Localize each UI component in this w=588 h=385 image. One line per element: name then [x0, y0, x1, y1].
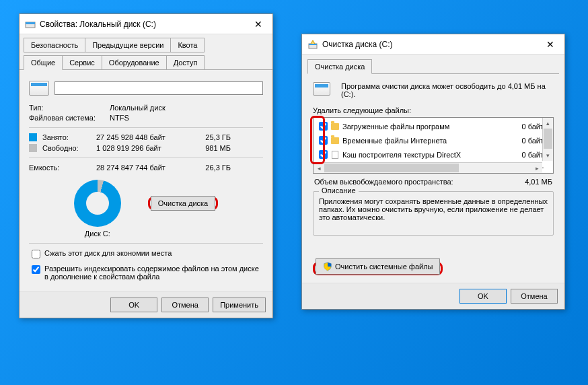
description-text: Приложения могут сохранять временные дан…: [319, 197, 548, 230]
shield-icon: [323, 262, 332, 271]
capacity-label: Емкость:: [29, 164, 96, 172]
used-bytes: 27 245 928 448 байт: [96, 133, 190, 141]
description-title: Описание: [319, 186, 359, 195]
compress-checkbox[interactable]: [32, 250, 40, 258]
compress-label[interactable]: Сжать этот диск для экономии места: [44, 249, 172, 257]
cleanup-content: Программа очистки диска может освободить…: [302, 74, 564, 283]
tab-quota[interactable]: Квота: [170, 38, 205, 53]
cleanup-icon: [307, 39, 318, 50]
drive-label-input[interactable]: [54, 81, 263, 95]
clean-system-files-button[interactable]: Очистить системные файлы: [316, 258, 440, 275]
file-checkbox[interactable]: [319, 122, 328, 131]
index-label[interactable]: Разрешить индексировать содержимое файло…: [44, 265, 263, 281]
drive-icon: [313, 82, 330, 96]
scroll-left-icon[interactable]: ◂: [314, 163, 324, 173]
tab-row-1: Безопасность Предыдущие версии Квота: [20, 34, 272, 53]
vertical-scrollbar[interactable]: ▴ ▾: [542, 118, 553, 161]
free-space-value: 4,01 МБ: [525, 178, 552, 186]
titlebar[interactable]: Очистка диска (C:) ✕: [302, 34, 564, 55]
tab-cleanup[interactable]: Очистка диска: [307, 59, 372, 74]
scroll-up-icon[interactable]: ▴: [543, 118, 553, 129]
type-row: Тип: Локальный диск: [29, 104, 263, 112]
free-bytes: 1 028 919 296 байт: [96, 144, 190, 152]
clean-system-files-label: Очистить системные файлы: [335, 262, 433, 271]
delete-files-label: Удалить следующие файлы:: [313, 106, 554, 114]
titlebar[interactable]: Свойства: Локальный диск (C:) ✕: [20, 14, 272, 34]
file-name: Временные файлы Интернета: [342, 137, 513, 145]
window-title: Свойства: Локальный диск (C:): [40, 20, 250, 29]
used-label: Занято:: [42, 133, 96, 141]
tab-previous-versions[interactable]: Предыдущие версии: [85, 38, 171, 53]
properties-content: Тип: Локальный диск Файловая система: NT…: [20, 70, 272, 291]
file-name: Загруженные файлы программ: [342, 123, 513, 131]
scroll-right-icon[interactable]: ▸: [531, 163, 542, 173]
tab-row-2: Общие Сервис Оборудование Доступ: [20, 52, 272, 70]
tab-security[interactable]: Безопасность: [24, 38, 85, 53]
separator: [29, 158, 263, 158]
capacity-bytes: 28 274 847 744 байт: [96, 164, 190, 172]
free-gb: 981 МБ: [190, 144, 231, 152]
dialog-buttons: OK Отмена Применить: [20, 291, 272, 318]
separator: [29, 243, 263, 244]
cancel-button[interactable]: Отмена: [511, 289, 558, 304]
index-checkbox[interactable]: [32, 265, 40, 274]
free-label: Свободно:: [42, 144, 96, 152]
drive-icon: [25, 19, 36, 30]
drive-large-icon: [29, 81, 49, 96]
ok-button[interactable]: OK: [460, 289, 507, 304]
file-name: Кэш построителя текстуры DirectX: [342, 151, 513, 159]
tab-service[interactable]: Сервис: [62, 55, 102, 70]
capacity-row: Емкость: 28 274 847 744 байт 26,3 ГБ: [29, 164, 263, 172]
filesystem-value: NTFS: [110, 114, 263, 122]
used-swatch: [29, 133, 37, 141]
file-checkbox[interactable]: [319, 150, 328, 159]
cancel-button[interactable]: Отмена: [161, 298, 209, 312]
ok-button[interactable]: OK: [110, 298, 157, 312]
scroll-thumb[interactable]: [544, 129, 552, 149]
close-icon[interactable]: ✕: [542, 36, 559, 53]
filesystem-row: Файловая система: NTFS: [29, 114, 263, 122]
folder-icon: [330, 122, 340, 131]
svg-rect-1: [26, 22, 35, 24]
description-box: Описание Приложения могут сохранять врем…: [313, 191, 554, 236]
used-gb: 25,3 ГБ: [190, 133, 231, 141]
file-row[interactable]: Кэш построителя текстуры DirectX0 байт: [315, 147, 552, 162]
free-swatch: [29, 144, 37, 152]
close-icon[interactable]: ✕: [250, 15, 267, 33]
window-title: Очистка диска (C:): [322, 40, 542, 49]
file-row[interactable]: Загруженные файлы программ0 байт: [315, 119, 552, 133]
dialog-buttons: OK Отмена: [302, 283, 564, 309]
scroll-thumb[interactable]: [324, 164, 459, 172]
file-icon: [330, 150, 340, 160]
info-text: Программа очистки диска может освободить…: [341, 82, 554, 98]
disk-properties-window: Свойства: Локальный диск (C:) ✕ Безопасн…: [19, 13, 273, 318]
filesystem-label: Файловая система:: [29, 114, 110, 122]
separator: [29, 127, 263, 128]
horizontal-scrollbar[interactable]: ◂ ▸: [314, 162, 542, 173]
scroll-down-icon[interactable]: ▾: [543, 150, 553, 161]
used-space-row: Занято: 27 245 928 448 байт 25,3 ГБ: [29, 133, 263, 141]
file-row[interactable]: Временные файлы Интернета0 байт: [315, 133, 552, 147]
tab-sharing[interactable]: Доступ: [166, 55, 205, 70]
type-label: Тип:: [29, 104, 110, 112]
apply-button[interactable]: Применить: [213, 298, 266, 312]
type-value: Локальный диск: [110, 104, 263, 112]
folder-icon: [330, 136, 340, 145]
tab-general[interactable]: Общие: [24, 55, 63, 70]
tab-hardware[interactable]: Оборудование: [102, 55, 167, 70]
usage-pie-chart: [74, 180, 121, 227]
disk-cleanup-window: Очистка диска (C:) ✕ Очистка диска Прогр…: [301, 34, 565, 310]
disk-cleanup-button[interactable]: Очистка диска: [151, 196, 215, 211]
free-space-row: Свободно: 1 028 919 296 байт 981 МБ: [29, 144, 263, 152]
free-space-row: Объем высвобождаемого пространства: 4,01…: [314, 178, 552, 186]
capacity-gb: 26,3 ГБ: [190, 164, 231, 172]
file-checkbox[interactable]: [319, 136, 328, 145]
pie-label: Диск C:: [85, 230, 110, 238]
file-list[interactable]: Загруженные файлы программ0 байтВременны…: [313, 117, 554, 174]
svg-rect-3: [309, 44, 317, 45]
free-space-label: Объем высвобождаемого пространства:: [314, 178, 453, 186]
